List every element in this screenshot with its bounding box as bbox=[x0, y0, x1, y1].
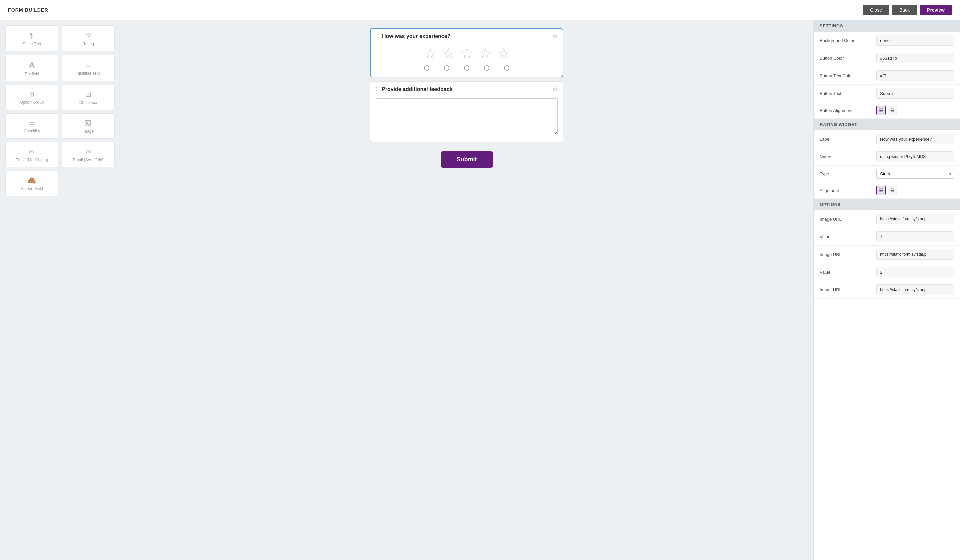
sidebar-item-multiline[interactable]: ≡ Multiline Text bbox=[62, 55, 115, 82]
additional-feedback-input[interactable] bbox=[376, 98, 558, 135]
button-alignment-row: Button Alignment ☰ ☰ bbox=[814, 102, 960, 119]
button-text-color-value[interactable]: #fff bbox=[876, 70, 954, 81]
background-color-value[interactable]: none bbox=[876, 35, 954, 46]
stars-container: ☆ ☆ ☆ ☆ ☆ bbox=[371, 43, 563, 63]
eye-slash-icon: 🙈 bbox=[28, 177, 36, 184]
sidebar-item-static-text[interactable]: ¶ Static Text bbox=[5, 25, 58, 51]
widget-alignment-group: ☰ ☰ bbox=[876, 186, 897, 195]
image-url-3-label: Image URL bbox=[820, 287, 873, 292]
label-value[interactable]: How was your experience? bbox=[876, 134, 954, 144]
sidebar-label-email-sendgrid: Email (SendGrid) bbox=[73, 158, 103, 162]
rating-widget-title: How was your experience? bbox=[382, 34, 550, 39]
align-right-button[interactable]: ☰ bbox=[888, 106, 897, 115]
alignment-row: Alignment ☰ ☰ bbox=[814, 182, 960, 199]
submit-button[interactable]: Submit bbox=[441, 151, 493, 168]
sidebar-label-checklist: Checklist bbox=[24, 129, 40, 133]
main-layout: ¶ Static Text ☆ Rating A Textfield ≡ Mul… bbox=[0, 20, 960, 560]
button-text-label: Button Text bbox=[820, 91, 873, 96]
image-url-1-row: Image URL https://static.form.sy/star.p bbox=[814, 210, 960, 228]
radio-2[interactable] bbox=[444, 66, 450, 71]
sidebar-label-image: Image bbox=[83, 129, 94, 134]
textarea-widget: ⠿ Provide additional feedback ⊗ bbox=[370, 82, 563, 142]
radio-1[interactable] bbox=[424, 66, 429, 71]
text-a-icon: A bbox=[29, 61, 35, 69]
background-color-label: Background Color bbox=[820, 38, 873, 43]
value-1-value[interactable]: 1 bbox=[876, 231, 954, 242]
star-icon: ☆ bbox=[85, 32, 92, 39]
button-text-value[interactable]: Submit bbox=[876, 88, 954, 99]
lines-icon: ≡ bbox=[86, 62, 90, 68]
image-url-2-row: Image URL https://static.form.sy/star.p bbox=[814, 246, 960, 263]
alignment-label: Alignment bbox=[820, 188, 873, 193]
image-url-1-value[interactable]: https://static.form.sy/star.p bbox=[876, 214, 954, 224]
sidebar-item-checkbox[interactable]: ☑ Checkbox bbox=[62, 85, 115, 110]
sidebar-item-checklist[interactable]: ☰ Checklist bbox=[5, 114, 58, 139]
button-text-row: Button Text Submit bbox=[814, 85, 960, 102]
rating-section-title: RATING WIDGET bbox=[814, 119, 960, 130]
widget-align-right-button[interactable]: ☰ bbox=[888, 186, 897, 195]
textarea-drag-handle[interactable]: ⠿ bbox=[376, 87, 379, 92]
value-2-label: Value bbox=[820, 270, 873, 275]
list-icon: ⊞ bbox=[29, 91, 34, 98]
sidebar-item-textfield[interactable]: A Textfield bbox=[5, 55, 58, 82]
type-select[interactable]: Stars Numbers Emoji bbox=[876, 169, 954, 179]
radio-5[interactable] bbox=[504, 66, 509, 71]
rating-drag-handle[interactable]: ⠿ bbox=[376, 34, 379, 39]
button-text-color-row: Button Text Color #fff bbox=[814, 67, 960, 85]
preview-button[interactable]: Preview bbox=[920, 5, 952, 15]
textarea-widget-title: Provide additional feedback bbox=[382, 86, 550, 92]
sidebar-item-email-sendgrid[interactable]: ✉ Email (SendGrid) bbox=[62, 142, 115, 167]
radio-row bbox=[371, 63, 563, 77]
star-2[interactable]: ☆ bbox=[442, 46, 455, 61]
widget-align-left-button[interactable]: ☰ bbox=[876, 186, 886, 195]
sidebar-item-option-group[interactable]: ⊞ Option Group bbox=[5, 85, 58, 110]
star-1[interactable]: ☆ bbox=[424, 46, 437, 61]
sidebar-label-textfield: Textfield bbox=[24, 72, 39, 76]
image-icon: 🖼 bbox=[85, 120, 92, 126]
star-3[interactable]: ☆ bbox=[460, 46, 473, 61]
widget-sidebar: ¶ Static Text ☆ Rating A Textfield ≡ Mul… bbox=[0, 20, 120, 560]
button-color-value[interactable]: #631d7b bbox=[876, 53, 954, 63]
star-4[interactable]: ☆ bbox=[478, 46, 492, 61]
settings-section-title: SETTINGS bbox=[814, 20, 960, 32]
name-value[interactable]: rating-widget-PDiyIUMOS bbox=[876, 151, 954, 162]
align-left-button[interactable]: ☰ bbox=[876, 106, 886, 115]
sidebar-item-image[interactable]: 🖼 Image bbox=[62, 114, 115, 139]
name-label: Name bbox=[820, 154, 873, 159]
sidebar-label-email-mailchimp: Email (MailChimp) bbox=[15, 158, 48, 162]
paragraph-icon: ¶ bbox=[30, 32, 34, 39]
name-row: Name rating-widget-PDiyIUMOS bbox=[814, 148, 960, 166]
sidebar-label-hidden-field: Hidden Field bbox=[21, 186, 43, 191]
rating-widget: ⠿ How was your experience? ⊗ ☆ ☆ ☆ ☆ ☆ bbox=[370, 28, 563, 77]
image-url-3-value[interactable]: https://static.form.sy/star.p bbox=[876, 284, 954, 295]
radio-4[interactable] bbox=[484, 66, 489, 71]
textarea-widget-close[interactable]: ⊗ bbox=[553, 86, 558, 92]
label-row: Label How was your experience? bbox=[814, 130, 960, 148]
sidebar-item-hidden-field[interactable]: 🙈 Hidden Field bbox=[5, 171, 58, 196]
rating-widget-header: ⠿ How was your experience? ⊗ bbox=[371, 29, 563, 43]
back-button[interactable]: Back bbox=[892, 5, 917, 15]
radio-3[interactable] bbox=[464, 66, 469, 71]
type-label: Type bbox=[820, 171, 873, 176]
value-2-row: Value 2 bbox=[814, 263, 960, 281]
mailchimp-icon: ✉ bbox=[29, 148, 35, 155]
button-color-label: Button Color bbox=[820, 56, 873, 61]
close-button[interactable]: Close bbox=[862, 5, 889, 15]
sidebar-label-multiline: Multiline Text bbox=[77, 71, 100, 76]
value-2-value[interactable]: 2 bbox=[876, 267, 954, 277]
image-url-2-value[interactable]: https://static.form.sy/star.p bbox=[876, 249, 954, 260]
sidebar-item-email-mailchimp[interactable]: ✉ Email (MailChimp) bbox=[5, 142, 58, 167]
type-select-wrapper: Stars Numbers Emoji ▾ bbox=[876, 169, 954, 179]
button-text-color-label: Button Text Color bbox=[820, 73, 873, 78]
button-alignment-group: ☰ ☰ bbox=[876, 106, 897, 115]
image-url-3-row: Image URL https://static.form.sy/star.p bbox=[814, 281, 960, 299]
label-label: Label bbox=[820, 137, 873, 142]
sidebar-item-rating[interactable]: ☆ Rating bbox=[62, 25, 115, 51]
textarea-widget-header: ⠿ Provide additional feedback ⊗ bbox=[370, 82, 563, 96]
type-row: Type Stars Numbers Emoji ▾ bbox=[814, 166, 960, 182]
submit-row: Submit bbox=[441, 151, 493, 168]
button-alignment-label: Button Alignment bbox=[820, 108, 873, 113]
checkbox-icon: ☑ bbox=[85, 91, 91, 98]
rating-widget-close[interactable]: ⊗ bbox=[552, 34, 557, 39]
star-5[interactable]: ☆ bbox=[497, 46, 510, 61]
